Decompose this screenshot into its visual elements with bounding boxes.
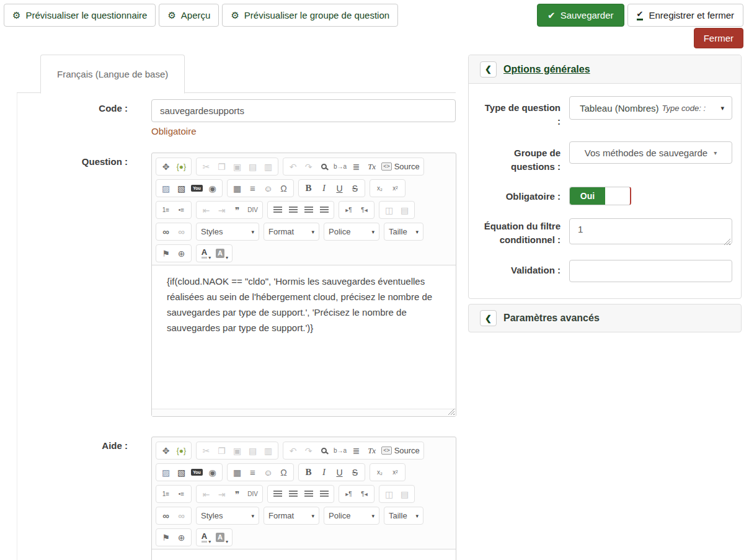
lime-replacement-fields-icon[interactable]: {●} bbox=[174, 159, 188, 174]
link-icon[interactable]: ∞ bbox=[159, 509, 173, 523]
redo-icon[interactable]: ↷ bbox=[301, 159, 316, 174]
question-editor-content[interactable]: {if(cloud.NAOK == "cldo", 'Hormis les sa… bbox=[152, 265, 456, 409]
source-button[interactable]: <>Source bbox=[380, 159, 421, 174]
align-center-icon[interactable] bbox=[286, 203, 300, 217]
table-icon[interactable]: ▦ bbox=[230, 181, 244, 195]
lime-replacement-fields-icon[interactable]: {●} bbox=[174, 443, 188, 458]
special-char-icon[interactable]: Ω bbox=[277, 465, 291, 479]
italic-button[interactable]: I bbox=[317, 465, 331, 479]
strikethrough-button[interactable]: S bbox=[348, 181, 362, 195]
embed-icon[interactable]: ◫ bbox=[382, 203, 396, 217]
underline-button[interactable]: U bbox=[332, 465, 347, 479]
subscript-button[interactable]: x₂ bbox=[373, 181, 387, 195]
format-combo[interactable]: Format▾ bbox=[267, 509, 316, 523]
page-template-icon[interactable]: ▤ bbox=[397, 203, 412, 217]
indent-icon[interactable]: ⇥ bbox=[215, 487, 229, 501]
align-center-icon[interactable] bbox=[286, 487, 300, 501]
resize-handle[interactable] bbox=[448, 408, 454, 415]
replace-icon[interactable]: b→a bbox=[332, 443, 348, 458]
maximize-icon[interactable]: ✥ bbox=[159, 443, 173, 458]
select-all-icon[interactable]: ≣ bbox=[349, 443, 363, 458]
copy-icon[interactable]: ❐ bbox=[215, 443, 229, 458]
outdent-icon[interactable]: ⇤ bbox=[199, 203, 213, 217]
underline-button[interactable]: U bbox=[332, 181, 347, 195]
preview-button[interactable]: ⚙ Aperçu bbox=[159, 4, 219, 27]
image-icon[interactable]: ▨ bbox=[159, 465, 173, 479]
text-color-button[interactable]: A▾ bbox=[199, 530, 213, 544]
replace-icon[interactable]: b→a bbox=[332, 159, 348, 174]
page-template-icon[interactable]: ▤ bbox=[397, 487, 412, 501]
close-button[interactable]: Fermer bbox=[694, 28, 743, 48]
paste-word-icon[interactable]: ▥ bbox=[261, 443, 275, 458]
select-all-icon[interactable]: ≣ bbox=[349, 159, 363, 174]
text-direction-ltr-icon[interactable]: ▸¶ bbox=[342, 203, 356, 217]
blockquote-icon[interactable]: ❞ bbox=[230, 487, 244, 501]
align-justify-icon[interactable] bbox=[317, 487, 331, 501]
text-direction-rtl-icon[interactable]: ¶◂ bbox=[357, 203, 371, 217]
collapse-panel-button[interactable]: ❮ bbox=[480, 61, 497, 78]
format-combo[interactable]: Format▾ bbox=[267, 224, 316, 239]
indent-icon[interactable]: ⇥ bbox=[215, 203, 229, 217]
text-direction-rtl-icon[interactable]: ¶◂ bbox=[357, 487, 371, 501]
maximize-icon[interactable]: ✥ bbox=[159, 159, 173, 174]
outdent-icon[interactable]: ⇤ bbox=[199, 487, 213, 501]
remove-format-icon[interactable]: Tx bbox=[365, 443, 379, 458]
preview-survey-button[interactable]: ⚙ Prévisualiser le questionnaire bbox=[4, 4, 156, 27]
background-color-button[interactable]: A▾ bbox=[215, 530, 229, 544]
find-icon[interactable] bbox=[317, 159, 331, 174]
strikethrough-button[interactable]: S bbox=[348, 465, 362, 479]
media-icon[interactable]: ▧ bbox=[174, 181, 188, 195]
subscript-button[interactable]: x₂ bbox=[373, 465, 387, 479]
text-color-button[interactable]: A▾ bbox=[199, 246, 213, 260]
flag-icon[interactable]: ⚑ bbox=[159, 246, 173, 260]
find-icon[interactable] bbox=[317, 443, 331, 458]
blockquote-icon[interactable]: ❞ bbox=[230, 203, 244, 217]
paste-icon[interactable]: ▣ bbox=[230, 443, 244, 458]
horizontal-rule-icon[interactable]: ≡ bbox=[246, 465, 260, 479]
font-combo[interactable]: Police▾ bbox=[327, 509, 376, 523]
size-combo[interactable]: Taille▾ bbox=[387, 509, 420, 523]
cut-icon[interactable]: ✂ bbox=[199, 159, 213, 174]
flash-icon[interactable]: ◉ bbox=[205, 465, 219, 479]
link-icon[interactable]: ∞ bbox=[159, 224, 173, 239]
bullet-list-icon[interactable]: •≡ bbox=[174, 203, 188, 217]
cut-icon[interactable]: ✂ bbox=[199, 443, 213, 458]
background-color-button[interactable]: A▾ bbox=[215, 246, 229, 260]
code-input[interactable] bbox=[151, 99, 456, 122]
general-options-title[interactable]: Options générales bbox=[503, 64, 590, 75]
flash-icon[interactable]: ◉ bbox=[205, 181, 219, 195]
ordered-list-icon[interactable]: 1≡ bbox=[159, 487, 173, 501]
youtube-icon[interactable]: You bbox=[190, 181, 204, 195]
globe-icon[interactable]: ⊕ bbox=[174, 246, 188, 260]
save-button[interactable]: ✔ Sauvegarder bbox=[537, 4, 624, 27]
help-editor-content[interactable] bbox=[152, 549, 456, 560]
bold-button[interactable]: B bbox=[301, 465, 316, 479]
preview-group-button[interactable]: ⚙ Prévisualiser le groupe de question bbox=[222, 4, 398, 27]
unlink-icon[interactable]: ∞ bbox=[174, 509, 188, 523]
paste-text-icon[interactable]: ▤ bbox=[246, 159, 260, 174]
embed-icon[interactable]: ◫ bbox=[382, 487, 396, 501]
question-group-select[interactable]: Vos méthodes de sauvegarde ▾ bbox=[569, 141, 732, 164]
globe-icon[interactable]: ⊕ bbox=[174, 530, 188, 544]
collapse-panel-button[interactable]: ❮ bbox=[480, 310, 497, 326]
mandatory-toggle[interactable]: Oui bbox=[569, 187, 631, 205]
paste-word-icon[interactable]: ▥ bbox=[261, 159, 275, 174]
font-combo[interactable]: Police▾ bbox=[327, 224, 376, 239]
undo-icon[interactable]: ↶ bbox=[286, 159, 300, 174]
size-combo[interactable]: Taille▾ bbox=[387, 224, 420, 239]
media-icon[interactable]: ▧ bbox=[174, 465, 188, 479]
paste-text-icon[interactable]: ▤ bbox=[246, 443, 260, 458]
youtube-icon[interactable]: You bbox=[190, 465, 204, 479]
italic-button[interactable]: I bbox=[317, 181, 331, 195]
smiley-icon[interactable]: ☺ bbox=[261, 181, 275, 195]
flag-icon[interactable]: ⚑ bbox=[159, 530, 173, 544]
unlink-icon[interactable]: ∞ bbox=[174, 224, 188, 239]
question-type-select[interactable]: Tableau (Nombres) Type code: : ▾ bbox=[569, 96, 732, 120]
undo-icon[interactable]: ↶ bbox=[286, 443, 300, 458]
validation-input[interactable] bbox=[569, 260, 732, 282]
div-container-icon[interactable]: DIV bbox=[246, 487, 260, 501]
styles-combo[interactable]: Styles▾ bbox=[199, 224, 256, 239]
superscript-button[interactable]: x² bbox=[388, 465, 402, 479]
align-justify-icon[interactable] bbox=[317, 203, 331, 217]
source-button[interactable]: <>Source bbox=[380, 443, 421, 458]
